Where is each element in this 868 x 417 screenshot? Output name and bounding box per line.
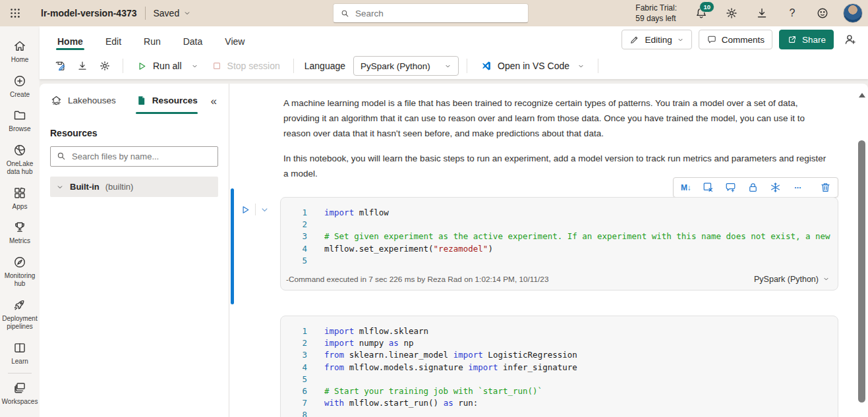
code-line[interactable]: 2 <box>281 219 838 231</box>
add-comment-button[interactable] <box>724 181 737 194</box>
global-search[interactable] <box>333 3 529 23</box>
help-button[interactable]: ? <box>782 3 802 23</box>
sidebar-item-label: Browse <box>1 125 38 134</box>
code-line[interactable]: 3from sklearn.linear_model import Logist… <box>281 349 838 361</box>
tab-lakehouses[interactable]: Lakehouses <box>50 94 116 115</box>
tab-data[interactable]: Data <box>182 30 204 53</box>
scrollbar-thumb[interactable] <box>858 140 865 403</box>
chevron-down-icon <box>677 36 684 43</box>
line-number: 3 <box>281 231 307 242</box>
sidebar-item-learn[interactable]: Learn <box>1 336 39 371</box>
download-app-button[interactable] <box>752 3 772 23</box>
builtin-label: Built-in <box>70 182 100 192</box>
code-line[interactable]: 4from mlflow.models.signature import inf… <box>281 362 838 374</box>
export-button[interactable] <box>72 56 92 76</box>
code-editor[interactable]: 1import mlflow.sklearn2import numpy as n… <box>281 316 838 417</box>
lock-cell-button[interactable] <box>747 181 759 194</box>
notifications-button[interactable]: 10 <box>691 3 711 23</box>
line-number: 1 <box>281 325 307 337</box>
tab-edit[interactable]: Edit <box>104 30 123 53</box>
notebook-scrollbar[interactable] <box>857 89 867 416</box>
cell-run-controls <box>240 204 270 215</box>
share-icon <box>787 34 797 45</box>
feedback-button[interactable] <box>813 3 832 23</box>
main-content: Lakehouses Resources « Resources Built-i… <box>40 84 868 417</box>
resources-heading: Resources <box>50 128 218 138</box>
settings-button[interactable] <box>722 3 741 23</box>
collapse-panel-icon[interactable]: « <box>211 95 219 115</box>
sidebar-item-monitoring[interactable]: Monitoring hub <box>1 250 39 293</box>
clear-cell-button[interactable] <box>702 181 714 194</box>
sidebar-item-home[interactable]: Home <box>1 34 39 69</box>
sidebar-item-deployment[interactable]: Deployment pipelines <box>1 293 39 336</box>
sidebar-item-metrics[interactable]: Metrics <box>1 215 39 250</box>
gear-icon <box>99 60 111 72</box>
scroll-up-icon[interactable] <box>859 93 865 97</box>
notebook-settings-button[interactable] <box>95 56 115 76</box>
code-line[interactable]: 6# Start your training job with `start_r… <box>281 385 838 397</box>
delete-cell-button[interactable] <box>819 181 832 194</box>
save-button[interactable] <box>50 56 70 76</box>
tab-view[interactable]: View <box>223 30 246 53</box>
code-text: from sklearn.linear_model import Logisti… <box>324 349 838 361</box>
open-in-vscode-button[interactable]: Open in VS Code <box>475 56 590 76</box>
freeze-cell-button[interactable] <box>769 181 782 194</box>
code-line[interactable]: 1import mlflow.sklearn <box>281 325 838 337</box>
run-cell-icon[interactable] <box>240 204 251 215</box>
builtin-folder-row[interactable]: Built-in (builtin) <box>50 177 218 197</box>
run-options-chevron-icon[interactable] <box>260 205 270 215</box>
rail-divider <box>8 373 32 374</box>
editing-mode-dropdown[interactable]: Editing <box>622 30 691 49</box>
sidebar-item-workspaces[interactable]: Workspaces <box>1 376 39 411</box>
notification-count-badge: 10 <box>699 1 714 13</box>
notebook-title: lr-model-version-4373 <box>41 8 137 18</box>
sidebar-item-onelake[interactable]: OneLake data hub <box>1 138 39 181</box>
code-line[interactable]: 3# Set given experiment as the active ex… <box>281 231 838 242</box>
pencil-icon <box>629 34 640 45</box>
tab-home[interactable]: Home <box>56 30 84 53</box>
saved-label: Saved <box>154 8 180 18</box>
language-dropdown[interactable]: PySpark (Python) <box>353 56 459 76</box>
freeze-cell-icon <box>769 181 782 194</box>
cell-kernel-dropdown[interactable]: PySpark (Python) <box>754 275 830 284</box>
language-label: Language <box>304 61 345 71</box>
download-icon <box>755 7 768 20</box>
avatar[interactable] <box>843 3 863 23</box>
comments-button[interactable]: Comments <box>699 30 772 49</box>
line-number: 4 <box>281 362 307 374</box>
code-text: # Start your training job with `start_ru… <box>324 385 838 397</box>
code-line[interactable]: 8 <box>281 409 838 417</box>
lock-cell-icon <box>747 181 759 194</box>
lakehouse-icon <box>50 94 63 107</box>
code-line[interactable]: 1import mlflow <box>281 207 838 219</box>
tab-run[interactable]: Run <box>142 30 162 53</box>
markdown-cell[interactable]: A machine learning model is a file that … <box>229 84 868 181</box>
code-line[interactable]: 5 <box>281 374 838 385</box>
code-cell-2[interactable]: 1import mlflow.sklearn2import numpy as n… <box>280 316 838 417</box>
share-button[interactable]: Share <box>779 30 834 49</box>
markdown-convert-button[interactable]: M↓ <box>680 181 692 194</box>
code-cell-1[interactable]: 1import mlflow23# Set given experiment a… <box>280 197 838 291</box>
code-line[interactable]: 5 <box>281 255 838 267</box>
sidebar-item-create[interactable]: Create <box>1 69 39 104</box>
code-line[interactable]: 2import numpy as np <box>281 337 838 349</box>
manage-access-button[interactable] <box>840 30 860 49</box>
more-options-button[interactable]: ··· <box>792 181 804 194</box>
sidebar-item-apps[interactable]: Apps <box>1 181 39 216</box>
run-all-button[interactable]: Run all <box>131 56 204 76</box>
code-line[interactable]: 7with mlflow.start_run() as run: <box>281 397 838 409</box>
file-search-input[interactable] <box>50 146 218 167</box>
app-launcher-icon[interactable] <box>0 0 30 26</box>
delete-cell-icon <box>819 181 832 194</box>
tab-resources[interactable]: Resources <box>136 95 198 114</box>
search-input[interactable] <box>355 9 521 18</box>
code-line[interactable]: 4mlflow.set_experiment("rezamodel") <box>281 243 838 255</box>
learn-icon <box>13 341 27 355</box>
sidebar-item-browse[interactable]: Browse <box>1 103 39 138</box>
stop-session-button[interactable]: Stop session <box>206 56 285 76</box>
toolbar-divider <box>467 59 467 73</box>
code-editor[interactable]: 1import mlflow23# Set given experiment a… <box>281 198 838 269</box>
saved-status-dropdown[interactable]: Saved <box>154 8 192 18</box>
search-icon <box>56 151 67 161</box>
file-search[interactable] <box>50 146 218 167</box>
